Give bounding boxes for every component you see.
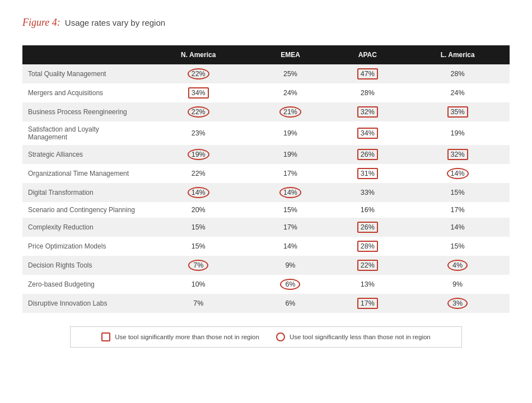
figure-subtitle: Usage rates vary by region — [65, 18, 165, 27]
legend-square-item: Use tool significantly more than those n… — [101, 332, 259, 341]
cell-value: 32% — [447, 149, 468, 160]
table-cell: 24% — [251, 83, 329, 102]
cell-value: 9% — [447, 280, 468, 288]
table-row: Organizational Time Management22%17%31%1… — [22, 164, 510, 183]
table-row: Strategic Alliances19%19%26%32% — [22, 145, 510, 164]
table-row: Satisfaction and Loyalty Management23%19… — [22, 121, 510, 145]
cell-value: 31% — [357, 168, 378, 179]
header-apac: APAC — [329, 45, 405, 64]
table-cell: 32% — [329, 102, 405, 121]
cell-value: 6% — [280, 299, 300, 307]
cell-value: 7% — [188, 299, 208, 307]
cell-value: 7% — [188, 260, 208, 271]
row-label: Zero-based Budgeting — [22, 275, 146, 294]
table-cell: 15% — [146, 218, 251, 237]
row-label: Satisfaction and Loyalty Management — [22, 121, 146, 145]
table-cell: 28% — [405, 64, 510, 83]
table-cell: 24% — [405, 83, 510, 102]
cell-value: 19% — [447, 129, 468, 137]
table-cell: 17% — [251, 218, 329, 237]
row-label: Decision Rights Tools — [22, 256, 146, 275]
cell-value: 4% — [447, 260, 468, 271]
table-row: Zero-based Budgeting10%6%13%9% — [22, 275, 510, 294]
table-cell: 14% — [146, 183, 251, 202]
row-label: Disruptive Innovation Labs — [22, 294, 146, 313]
row-label: Business Process Reengineering — [22, 102, 146, 121]
cell-value: 22% — [357, 260, 378, 271]
table-cell: 7% — [146, 256, 251, 275]
table-cell: 17% — [329, 294, 405, 313]
cell-value: 32% — [357, 106, 378, 118]
cell-value: 22% — [188, 68, 209, 79]
table-cell: 28% — [329, 237, 405, 256]
table-cell: 47% — [329, 64, 405, 83]
row-label: Digital Transformation — [22, 183, 146, 202]
cell-value: 13% — [357, 280, 377, 288]
cell-value: 22% — [188, 106, 209, 118]
cell-value: 6% — [280, 279, 300, 290]
table-cell: 22% — [146, 164, 251, 183]
table-cell: 15% — [146, 237, 251, 256]
row-label: Price Optimization Models — [22, 237, 146, 256]
cell-value: 23% — [188, 129, 208, 137]
cell-value: 14% — [280, 242, 300, 250]
table-cell: 17% — [251, 164, 329, 183]
cell-value: 47% — [357, 68, 378, 79]
table-cell: 26% — [329, 218, 405, 237]
cell-value: 17% — [280, 170, 300, 177]
table-cell: 14% — [251, 237, 329, 256]
cell-value: 17% — [447, 206, 468, 214]
table-cell: 10% — [146, 275, 251, 294]
cell-value: 28% — [357, 89, 377, 97]
cell-value: 15% — [447, 189, 468, 196]
cell-value: 9% — [280, 261, 300, 269]
cell-value: 14% — [447, 223, 468, 231]
table-cell: 22% — [146, 64, 251, 83]
row-label: Strategic Alliances — [22, 145, 146, 164]
figure-title: Figure 4: Usage rates vary by region — [22, 17, 510, 29]
cell-value: 15% — [447, 242, 468, 250]
legend-square-label: Use tool significantly more than those n… — [115, 334, 259, 340]
cell-value: 14% — [447, 168, 469, 179]
header-emea: EMEA — [251, 45, 329, 64]
table-cell: 25% — [251, 64, 329, 83]
table-cell: 4% — [405, 256, 510, 275]
cell-value: 19% — [188, 149, 209, 160]
table-cell: 34% — [329, 121, 405, 145]
cell-value: 20% — [188, 206, 208, 214]
table-cell: 26% — [329, 145, 405, 164]
legend-square-icon — [101, 332, 110, 341]
cell-value: 15% — [188, 223, 208, 231]
table-cell: 14% — [251, 183, 329, 202]
legend: Use tool significantly more than those n… — [70, 326, 462, 348]
table-cell: 22% — [329, 256, 405, 275]
table-cell: 6% — [251, 275, 329, 294]
cell-value: 33% — [357, 189, 377, 196]
table-cell: 15% — [251, 202, 329, 218]
table-cell: 9% — [405, 275, 510, 294]
table-row: Digital Transformation14%14%33%15% — [22, 183, 510, 202]
table-cell: 19% — [251, 145, 329, 164]
table-cell: 34% — [146, 83, 251, 102]
cell-value: 34% — [357, 128, 378, 139]
table-cell: 15% — [405, 183, 510, 202]
cell-value: 14% — [188, 187, 209, 198]
table-row: Decision Rights Tools7%9%22%4% — [22, 256, 510, 275]
cell-value: 15% — [188, 242, 208, 250]
table-cell: 19% — [405, 121, 510, 145]
data-table: N. America EMEA APAC L. America Total Qu… — [22, 45, 510, 313]
cell-value: 35% — [447, 106, 468, 118]
table-cell: 14% — [405, 218, 510, 237]
table-cell: 22% — [146, 102, 251, 121]
table-row: Business Process Reengineering22%21%32%3… — [22, 102, 510, 121]
legend-circle-item: Use tool significantly less than those n… — [276, 332, 431, 341]
cell-value: 17% — [280, 223, 300, 231]
table-cell: 19% — [146, 145, 251, 164]
table-cell: 16% — [329, 202, 405, 218]
cell-value: 28% — [357, 241, 378, 252]
cell-value: 19% — [280, 151, 300, 158]
cell-value: 25% — [280, 70, 300, 78]
cell-value: 21% — [279, 106, 301, 118]
table-cell: 14% — [405, 164, 510, 183]
figure-label: Figure 4: — [22, 17, 60, 29]
